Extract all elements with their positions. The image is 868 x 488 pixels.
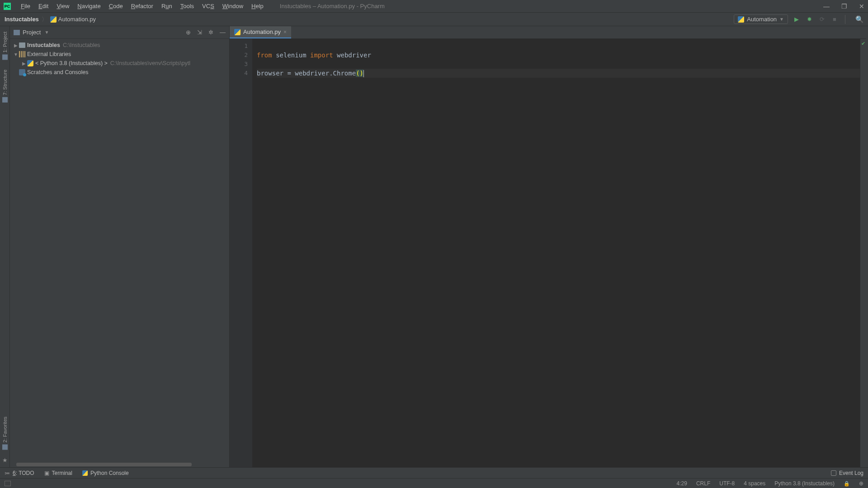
status-interpreter[interactable]: Python 3.8 (Instuctables) [774,480,835,487]
locate-icon[interactable]: ⊕ [186,29,191,36]
project-tree-pane: Project ▼ ⊕ ⇲ ✲ — ▶ Instuctables C:\Inst… [10,26,230,467]
tool-project[interactable]: 1: Project [2,29,8,62]
run-toolbar: Automation ▼ ▶ ✸ ⟳ ■ 🔍 [734,14,863,24]
menu-edit[interactable]: Edit [35,1,52,11]
todo-icon [5,470,10,476]
code-line: from selenium import webdriver [257,51,860,60]
close-button[interactable]: ✕ [859,3,864,10]
menu-view[interactable]: View [53,1,73,11]
tab-label: Automation.py [243,28,281,35]
tool-favorites[interactable]: 2: Favorites [2,414,8,452]
bottom-tool-bar: 6: TODO Terminal Python Console Event Lo… [0,467,868,478]
line-number: 1 [230,42,248,51]
expand-arrow-icon[interactable]: ▶ [13,43,19,48]
breadcrumb-file[interactable]: Automation.py [50,16,96,23]
menu-vcs[interactable]: VCS [198,1,218,11]
hide-panel-icon[interactable]: — [220,29,226,36]
status-caret-position[interactable]: 4:29 [677,480,687,487]
scrollbar-thumb[interactable] [16,463,192,466]
tool-terminal-label: Terminal [52,470,72,476]
tree-scratches-label: Scratches and Consoles [27,69,89,75]
search-everywhere-button[interactable]: 🔍 [855,15,863,23]
project-tool-icon [2,54,8,60]
code-editor[interactable]: from selenium import webdriver browser =… [252,39,860,467]
line-number-gutter[interactable]: 1 2 3 4 [230,39,252,467]
pycharm-app-icon: PC [4,3,11,10]
line-number: 2 [230,51,248,60]
tool-python-console[interactable]: Python Console [82,470,129,476]
expand-all-icon[interactable]: ⇲ [197,29,202,36]
ide-status-icon[interactable] [859,480,863,487]
tree-horizontal-scrollbar[interactable] [16,463,223,466]
python-file-icon [50,16,57,23]
editor-area: Automation.py × 1 2 3 4 from selenium im… [230,26,866,467]
project-view-label: Project [23,29,41,36]
editor-body: 1 2 3 4 from selenium import webdriver b… [230,39,866,467]
tool-event-log[interactable]: Event Log [831,470,863,476]
toolwindow-quick-access-icon[interactable] [5,481,11,486]
tool-todo[interactable]: 6: TODO [5,470,34,476]
tool-terminal[interactable]: Terminal [44,470,72,476]
python-icon [738,16,744,23]
python-file-icon [234,29,241,35]
menu-run[interactable]: Run [158,1,176,11]
tree-root[interactable]: ▶ Instuctables C:\Instuctables [10,41,229,50]
menu-file[interactable]: File [17,1,34,11]
main-area: 1: Project 7: Structure 2: Favorites ★ P… [0,26,868,467]
text-caret [363,70,364,77]
menu-window[interactable]: Window [219,1,247,11]
menu-code[interactable]: Code [105,1,127,11]
tree-python-env[interactable]: ▶ < Python 3.8 (Instuctables) > C:\Instu… [10,59,229,68]
editor-tabs: Automation.py × [230,26,866,39]
tool-python-console-label: Python Console [90,470,129,476]
status-indent[interactable]: 4 spaces [744,480,765,487]
menu-help[interactable]: Help [248,1,267,11]
readonly-lock-icon[interactable] [844,480,850,487]
tab-automation-py[interactable]: Automation.py × [230,26,291,38]
menu-tools[interactable]: Tools [177,1,198,11]
separator [845,15,845,24]
run-with-coverage-button[interactable]: ⟳ [818,15,826,23]
menu-refactor[interactable]: Refactor [127,1,157,11]
chevron-down-icon: ▼ [779,17,784,22]
line-number: 4 [230,69,248,78]
status-line-separator[interactable]: CRLF [696,480,710,487]
tree-external-libraries-label: External Libraries [27,51,71,57]
menu-navigate[interactable]: Navigate [74,1,104,11]
maximize-button[interactable]: ❐ [841,3,847,10]
run-config-selector[interactable]: Automation ▼ [734,14,788,24]
expand-arrow-icon[interactable]: ▶ [21,61,27,66]
scratches-icon [19,69,25,75]
analysis-ok-icon: ✔ [861,41,865,47]
run-button[interactable]: ▶ [793,15,801,23]
breadcrumb: Instuctables 〉 Automation.py [5,15,96,23]
collapse-arrow-icon[interactable]: ▼ [13,52,19,57]
tool-favorites-label: 2: Favorites [2,417,8,442]
breadcrumb-project[interactable]: Instuctables [5,16,39,23]
status-encoding[interactable]: UTF-8 [719,480,735,487]
project-view-selector[interactable]: Project ▼ [14,29,49,36]
favorites-star-icon: ★ [2,457,8,464]
folder-icon [19,42,25,48]
terminal-icon [44,470,49,476]
tree-external-libraries[interactable]: ▼ External Libraries [10,50,229,59]
settings-gear-icon[interactable]: ✲ [208,29,213,36]
tool-structure[interactable]: 7: Structure [2,67,8,105]
close-tab-icon[interactable]: × [283,29,287,35]
breadcrumb-separator: 〉 [42,15,47,23]
editor-marker-strip[interactable]: ✔ [860,39,866,467]
project-icon [14,30,20,35]
minimize-button[interactable]: ― [823,3,830,10]
tool-event-log-label: Event Log [839,470,863,476]
window-title: Instuctables – Automation.py - PyCharm [280,3,385,9]
stop-button[interactable]: ■ [830,15,839,23]
project-tree[interactable]: ▶ Instuctables C:\Instuctables ▼ Externa… [10,39,229,467]
tree-python-env-label: < Python 3.8 (Instuctables) > [35,60,108,66]
navigation-bar: Instuctables 〉 Automation.py Automation … [0,13,868,26]
tree-scratches[interactable]: Scratches and Consoles [10,68,229,77]
event-log-icon [831,470,836,476]
debug-button[interactable]: ✸ [805,15,813,23]
breadcrumb-file-label: Automation.py [58,16,96,23]
tree-python-env-path: C:\Instuctables\venv\Scripts\pytl [110,60,190,66]
left-tool-strip: 1: Project 7: Structure 2: Favorites ★ [0,26,10,467]
